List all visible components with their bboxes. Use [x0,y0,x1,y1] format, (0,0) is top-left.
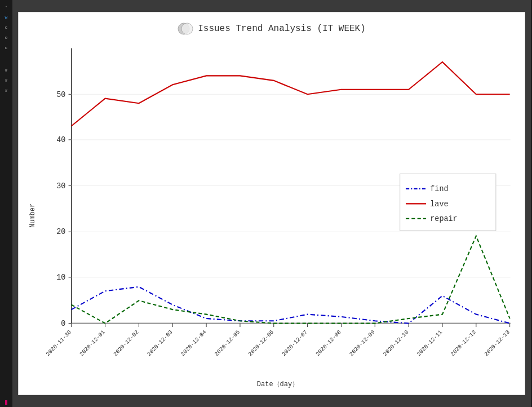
svg-text:20: 20 [56,228,65,236]
svg-text:2020-12-04: 2020-12-04 [180,329,207,358]
repair-line [72,236,510,324]
svg-text:2020-12-05: 2020-12-05 [214,329,241,358]
svg-text:2020-12-01: 2020-12-01 [78,329,106,358]
svg-text:2020-12-02: 2020-12-02 [112,329,140,358]
x-axis-label: Date（day） [39,379,516,389]
svg-text:2020-12-13: 2020-12-13 [484,329,511,358]
svg-text:repair: repair [430,215,457,223]
y-axis-label: Number [27,42,38,389]
svg-text:40: 40 [56,136,65,144]
chart-container: Issues Trend Analysis (IT WEEK) Number 0 [18,12,525,395]
svg-text:2020-12-11: 2020-12-11 [416,329,444,358]
chart-inner: 0 10 20 30 40 [39,42,516,389]
left-sidebar: · w c o c # # # [0,0,12,407]
sidebar-item-hash1[interactable]: # [1,65,11,74]
svg-text:2020-11-30: 2020-11-30 [45,329,73,358]
chart-title: Issues Trend Analysis (IT WEEK) [178,21,366,37]
lave-line [72,62,510,126]
chart-title-text: Issues Trend Analysis (IT WEEK) [198,24,366,34]
svg-text:lave: lave [430,200,448,208]
svg-text:2020-12-10: 2020-12-10 [382,329,410,358]
svg-text:2020-12-12: 2020-12-12 [450,329,477,358]
svg-text:2020-12-06: 2020-12-06 [247,329,275,358]
sidebar-item-c2[interactable]: c [1,43,11,52]
svg-text:2020-12-09: 2020-12-09 [348,329,376,358]
main-content: Issues Trend Analysis (IT WEEK) Number 0 [12,0,531,407]
sidebar-item-1[interactable]: · [1,2,11,11]
svg-text:2020-12-03: 2020-12-03 [146,329,174,358]
svg-text:30: 30 [56,182,65,191]
svg-text:50: 50 [56,90,65,99]
sidebar-item-w[interactable]: w [1,12,11,21]
chart-title-icon [178,21,193,37]
find-line [72,287,510,324]
svg-text:0: 0 [61,320,65,328]
chart-area: Number 0 10 [27,42,516,389]
svg-text:2020-12-07: 2020-12-07 [281,329,309,358]
sidebar-item-hash2[interactable]: # [1,76,11,85]
svg-text:10: 10 [56,273,65,282]
sidebar-item-hash3[interactable]: # [1,86,11,95]
svg-text:find: find [430,185,448,193]
svg-text:2020-12-08: 2020-12-08 [314,329,342,358]
sidebar-item-c[interactable]: c [1,23,11,32]
svg-point-1 [181,23,193,34]
sidebar-item-o[interactable]: o [1,33,11,42]
chart-svg: 0 10 20 30 40 [39,42,516,377]
